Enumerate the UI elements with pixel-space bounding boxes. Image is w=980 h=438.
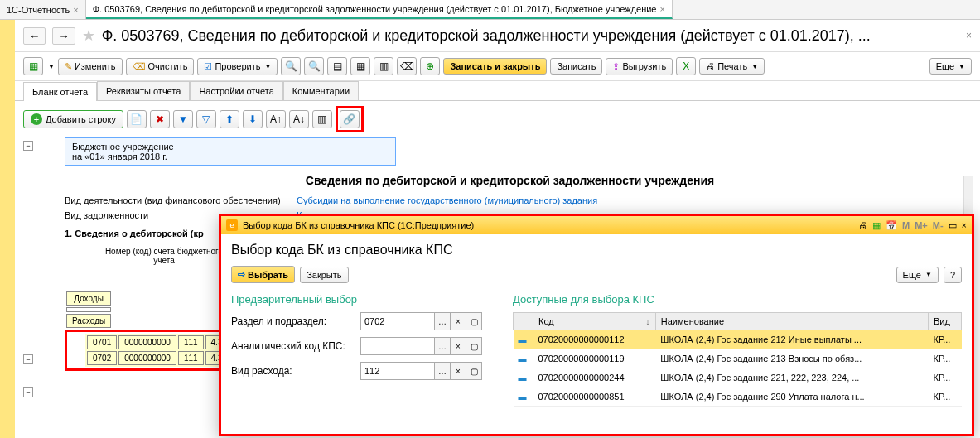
m-button[interactable]: M <box>902 220 910 230</box>
open-icon[interactable]: ▢ <box>466 312 482 330</box>
tool-icon-5[interactable]: ⊕ <box>420 57 440 75</box>
tool-icon-4[interactable]: ⌫ <box>397 57 417 75</box>
close-dialog-icon[interactable]: × <box>962 220 967 230</box>
zoom-in-icon[interactable]: 🔍 <box>281 57 301 75</box>
cell-code: 07020000000000119 <box>533 349 656 368</box>
cell[interactable]: 0000000000 <box>118 351 176 365</box>
forward-button[interactable]: → <box>52 27 75 45</box>
columns-icon[interactable]: ▥ <box>312 110 332 128</box>
tool-icon-1[interactable]: ▤ <box>327 57 347 75</box>
choose-icon[interactable]: … <box>434 337 451 355</box>
clear-icon[interactable]: × <box>450 362 466 380</box>
cell[interactable]: 111 <box>178 335 204 349</box>
side-strip <box>0 20 15 438</box>
check-button[interactable]: ☑Проверить▼ <box>197 58 278 75</box>
cell[interactable]: 111 <box>178 351 204 365</box>
table-row[interactable]: ▬ 07020000000000119 ШКОЛА (2,4) Гос зада… <box>514 349 962 368</box>
help-button[interactable]: ? <box>944 267 962 283</box>
main-toolbar: ▦ ▼ ✎Изменить ⌫Очистить ☑Проверить▼ 🔍 🔍 … <box>15 52 980 81</box>
tree-toggle[interactable]: − <box>23 354 33 364</box>
zoom-out-icon[interactable]: 🔍 <box>304 57 324 75</box>
clear-button[interactable]: ⌫Очистить <box>126 58 195 75</box>
cell-code: 07020000000000112 <box>533 330 656 349</box>
data-rows-table[interactable]: 070100000000001114.3 070200000000001114.… <box>85 334 229 367</box>
filter-icon[interactable]: ▼ <box>173 110 193 128</box>
choose-icon[interactable]: … <box>434 312 451 330</box>
open-icon[interactable]: ▢ <box>466 362 482 380</box>
open-icon[interactable]: ▢ <box>466 337 482 355</box>
sort-asc-icon[interactable]: A↑ <box>266 110 286 128</box>
save-button[interactable]: Записать <box>550 58 602 75</box>
filter-off-icon[interactable]: ▽ <box>196 110 216 128</box>
section-label: Раздел и подраздел: <box>231 315 355 327</box>
app-tabs: 1С-Отчетность × Ф. 0503769, Сведения по … <box>0 0 980 20</box>
m-minus-button[interactable]: M- <box>933 220 944 230</box>
col-code[interactable]: Код↓ <box>533 313 656 330</box>
link-icon[interactable]: 🔗 <box>340 110 360 128</box>
row-icon: ▬ <box>519 335 527 344</box>
export-button[interactable]: ⇪Выгрузить <box>606 58 673 75</box>
button-label: Очистить <box>148 61 188 71</box>
cell-name: ШКОЛА (2,4) Гос задание 221, 222, 223, 2… <box>655 368 928 387</box>
close-page-icon[interactable]: × <box>966 30 972 41</box>
activity-value[interactable]: Субсидии на выполнение государственного … <box>297 195 597 205</box>
close-icon[interactable]: × <box>73 5 78 15</box>
tab-comments[interactable]: Комментарии <box>283 81 359 100</box>
calendar-icon[interactable]: 📅 <box>886 220 897 231</box>
table-row[interactable]: ▬ 07020000000000244 ШКОЛА (2,4) Гос зада… <box>514 368 962 387</box>
delete-row-icon[interactable]: ✖ <box>150 110 170 128</box>
more-button[interactable]: Еще▼ <box>929 58 972 75</box>
new-dropdown[interactable]: ▼ <box>48 63 55 70</box>
excel-icon[interactable]: X <box>676 57 696 75</box>
tool-icon-3[interactable]: ▥ <box>374 57 393 75</box>
tab-1c-report[interactable]: 1С-Отчетность × <box>0 0 86 19</box>
star-icon[interactable]: ★ <box>82 26 95 45</box>
col-type[interactable]: Вид <box>929 313 962 330</box>
m-plus-button[interactable]: M+ <box>915 220 928 230</box>
cell[interactable]: 0000000000 <box>118 335 176 349</box>
print-button[interactable]: 🖨Печать▼ <box>699 58 765 75</box>
clear-icon[interactable]: × <box>450 337 466 355</box>
move-up-icon[interactable]: ⬆ <box>220 110 239 128</box>
tree-toggle[interactable]: − <box>23 141 33 151</box>
edit-button[interactable]: ✎Изменить <box>58 58 123 75</box>
more-button[interactable]: Еще▼ <box>896 267 939 283</box>
add-row-button[interactable]: +Добавить строку <box>23 110 123 128</box>
sort-desc-icon[interactable]: A↓ <box>289 110 309 128</box>
col-icon[interactable] <box>514 313 533 330</box>
cell[interactable]: 0701 <box>87 335 117 349</box>
close-icon[interactable]: × <box>660 4 665 14</box>
sort-icon: ↓ <box>645 316 650 326</box>
cell[interactable]: 0702 <box>87 351 117 365</box>
tab-blank[interactable]: Бланк отчета <box>23 82 97 101</box>
close-button[interactable]: Закрыть <box>300 267 348 283</box>
save-close-button[interactable]: Записать и закрыть <box>443 58 547 75</box>
new-icon[interactable]: ▦ <box>23 57 43 75</box>
tab-req[interactable]: Реквизиты отчета <box>97 81 190 100</box>
tree-toggle[interactable]: − <box>23 387 33 397</box>
tab-form-0503769[interactable]: Ф. 0503769, Сведения по дебиторской и кр… <box>86 0 673 19</box>
tool-icon-2[interactable]: ▦ <box>350 57 370 75</box>
table-row[interactable]: ▬ 07020000000000112 ШКОЛА (2,4) Гос зада… <box>514 330 962 349</box>
copy-row-icon[interactable]: 📄 <box>127 110 147 128</box>
choose-icon[interactable]: … <box>434 362 451 380</box>
print-icon[interactable]: 🖨 <box>858 220 867 230</box>
grid-icon[interactable]: ▦ <box>872 220 881 231</box>
section-input[interactable] <box>360 312 435 330</box>
button-label: Выгрузить <box>622 61 666 71</box>
expense-input[interactable] <box>360 362 435 380</box>
cell-type: КР... <box>929 330 962 349</box>
row-toolbar: +Добавить строку 📄 ✖ ▼ ▽ ⬆ ⬇ A↑ A↓ ▥ 🔗 <box>15 100 980 137</box>
back-button[interactable]: ← <box>23 27 46 45</box>
date-line: на «01» января 2018 г. <box>72 152 389 161</box>
select-button[interactable]: ⇨ Выбрать <box>231 266 295 283</box>
table-row[interactable]: ▬ 07020000000000851 ШКОЛА (2,4) Гос зада… <box>514 387 962 407</box>
move-down-icon[interactable]: ⬇ <box>243 110 263 128</box>
analytic-input[interactable] <box>360 337 435 355</box>
minimize-icon[interactable]: ▭ <box>949 220 957 231</box>
col-name[interactable]: Наименование <box>655 313 928 330</box>
clear-icon[interactable]: × <box>450 312 466 330</box>
kps-table: Код↓ Наименование Вид ▬ 0702000000000011… <box>513 312 962 407</box>
tab-settings[interactable]: Настройки отчета <box>190 81 282 100</box>
highlighted-tool: 🔗 <box>336 106 364 132</box>
